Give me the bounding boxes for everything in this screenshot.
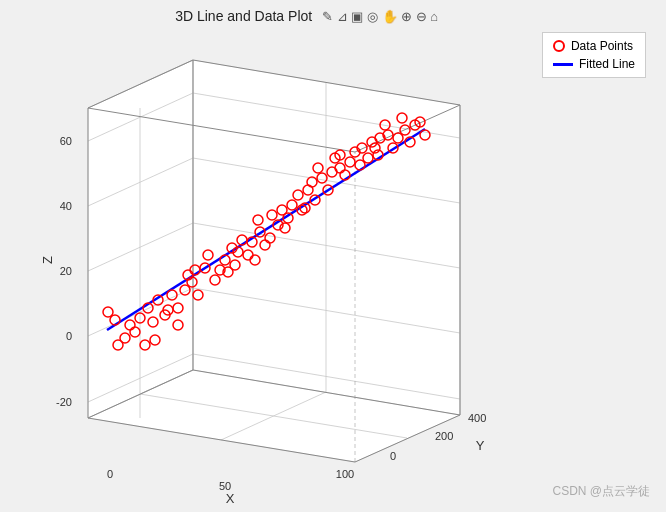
y-tick-0: 0 xyxy=(390,450,396,462)
toolbar-icons[interactable]: ✎ ⊿ ▣ ◎ ✋ ⊕ ⊖ ⌂ xyxy=(322,9,438,24)
y-tick-400: 400 xyxy=(468,412,486,424)
z-tick-40: 40 xyxy=(60,200,72,212)
legend-fitted-line: Fitted Line xyxy=(553,57,635,71)
y-axis-label: Y xyxy=(476,438,485,453)
legend-line-icon xyxy=(553,63,573,66)
legend-fitted-line-label: Fitted Line xyxy=(579,57,635,71)
z-tick-0: 0 xyxy=(66,330,72,342)
z-tick-20: 20 xyxy=(60,265,72,277)
z-tick-60: 60 xyxy=(60,135,72,147)
title-text: 3D Line and Data Plot xyxy=(175,8,312,24)
legend-data-points-label: Data Points xyxy=(571,39,633,53)
watermark-text: CSDN @点云学徒 xyxy=(552,484,650,498)
left-face xyxy=(88,60,193,418)
back-face xyxy=(193,60,460,415)
legend-circle-icon xyxy=(553,40,565,52)
z-tick-minus20: -20 xyxy=(56,396,72,408)
x-tick-0: 0 xyxy=(107,468,113,480)
y-tick-200: 200 xyxy=(435,430,453,442)
x-tick-100: 100 xyxy=(336,468,354,480)
legend-data-points: Data Points xyxy=(553,39,635,53)
x-axis-label: X xyxy=(226,491,235,506)
legend: Data Points Fitted Line xyxy=(542,32,646,78)
chart-title: 3D Line and Data Plot ✎ ⊿ ▣ ◎ ✋ ⊕ ⊖ ⌂ xyxy=(175,8,438,24)
chart-container: -20 0 20 40 60 Z 0 50 100 X 400 200 0 Y … xyxy=(0,0,666,512)
watermark: CSDN @点云学徒 xyxy=(552,483,650,500)
z-axis-label: Z xyxy=(40,256,55,264)
